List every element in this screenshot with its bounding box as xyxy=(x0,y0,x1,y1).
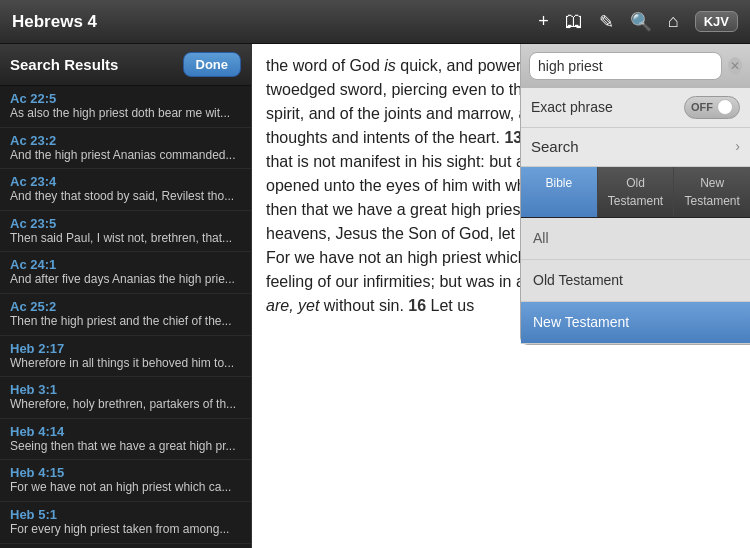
search-clear-button[interactable]: ✕ xyxy=(728,57,742,75)
list-item[interactable]: Heb 2:17Wherefore in all things it behov… xyxy=(0,336,251,378)
list-item[interactable]: Heb 4:14Seeing then that we have a great… xyxy=(0,419,251,461)
list-item-ref: Ac 22:5 xyxy=(10,91,241,106)
list-item-text: For every high priest taken from among..… xyxy=(10,522,241,538)
list-item-text: Wherefore, holy brethren, partakers of t… xyxy=(10,397,241,413)
list-item[interactable]: Ac 23:2And the high priest Ananias comma… xyxy=(0,128,251,170)
page-title: Hebrews 4 xyxy=(12,12,538,32)
sidebar-list: Ac 22:5As also the high priest doth bear… xyxy=(0,86,251,548)
top-bar: Hebrews 4 + 🕮 ✎ 🔍 ⌂ KJV xyxy=(0,0,750,44)
list-item-text: As also the high priest doth bear me wit… xyxy=(10,106,241,122)
list-item[interactable]: Heb 5:1For every high priest taken from … xyxy=(0,502,251,544)
main-content[interactable]: the word of God is quick, and powerful, … xyxy=(252,44,750,548)
list-item[interactable]: Ac 25:2Then the high priest and the chie… xyxy=(0,294,251,336)
version-badge[interactable]: KJV xyxy=(695,11,738,32)
scope-tabs: BibleOld TestamentNew Testament xyxy=(521,167,750,218)
scope-item[interactable]: All xyxy=(521,218,750,260)
toggle-thumb xyxy=(717,99,733,115)
toggle-off-label: OFF xyxy=(691,99,713,116)
scope-tab[interactable]: Old Testament xyxy=(598,167,675,217)
list-item-text: Then the high priest and the chief of th… xyxy=(10,314,241,330)
search-overlay: ✕ Exact phrase OFF Search › BibleOld Tes… xyxy=(520,44,750,345)
scope-item[interactable]: Old Testament xyxy=(521,260,750,302)
search-input-row: ✕ xyxy=(521,44,750,88)
list-item-ref: Heb 2:17 xyxy=(10,341,241,356)
list-item-ref: Ac 23:2 xyxy=(10,133,241,148)
list-item[interactable]: Ac 22:5As also the high priest doth bear… xyxy=(0,86,251,128)
list-item-ref: Ac 24:1 xyxy=(10,257,241,272)
search-label: Search xyxy=(531,136,579,159)
list-item[interactable]: Ac 23:5Then said Paul, I wist not, breth… xyxy=(0,211,251,253)
list-item-text: For we have not an high priest which ca.… xyxy=(10,480,241,496)
exact-phrase-toggle[interactable]: OFF xyxy=(684,96,740,119)
home-icon[interactable]: ⌂ xyxy=(668,11,679,32)
scope-item[interactable]: New Testament xyxy=(521,302,750,344)
list-item-ref: Heb 5:1 xyxy=(10,507,241,522)
verse-16: 16 xyxy=(408,297,426,314)
list-item[interactable]: Ac 23:4And they that stood by said, Revi… xyxy=(0,169,251,211)
scope-tab[interactable]: Bible xyxy=(521,167,598,217)
sidebar-title: Search Results xyxy=(10,56,118,73)
list-item-text: Wherefore in all things it behoved him t… xyxy=(10,356,241,372)
top-bar-icons: + 🕮 ✎ 🔍 ⌂ KJV xyxy=(538,11,738,33)
list-item-text: And they that stood by said, Revilest th… xyxy=(10,189,241,205)
list-item[interactable]: Heb 5:5So also Christ glorified not hims… xyxy=(0,544,251,548)
list-item-ref: Ac 25:2 xyxy=(10,299,241,314)
list-item-ref: Heb 3:1 xyxy=(10,382,241,397)
list-item-ref: Ac 23:4 xyxy=(10,174,241,189)
search-btn-row[interactable]: Search › xyxy=(521,128,750,168)
list-item-text: And after five days Ananias the high pri… xyxy=(10,272,241,288)
italic-is: is xyxy=(384,57,396,74)
list-item[interactable]: Ac 24:1And after five days Ananias the h… xyxy=(0,252,251,294)
list-item-text: And the high priest Ananias commanded... xyxy=(10,148,241,164)
list-item-text: Seeing then that we have a great high pr… xyxy=(10,439,241,455)
pencil-icon[interactable]: ✎ xyxy=(599,11,614,33)
list-item-ref: Heb 4:15 xyxy=(10,465,241,480)
exact-phrase-row: Exact phrase OFF xyxy=(521,88,750,128)
scope-dropdown: AllOld TestamentNew Testament xyxy=(521,218,750,344)
sidebar-header: Search Results Done xyxy=(0,44,251,86)
add-icon[interactable]: + xyxy=(538,11,549,32)
sidebar: Search Results Done Ac 22:5As also the h… xyxy=(0,44,252,548)
bookmark-icon[interactable]: 🕮 xyxy=(565,11,583,32)
list-item-text: Then said Paul, I wist not, brethren, th… xyxy=(10,231,241,247)
search-icon[interactable]: 🔍 xyxy=(630,11,652,33)
list-item-ref: Heb 4:14 xyxy=(10,424,241,439)
chevron-right-icon: › xyxy=(735,136,740,157)
list-item-ref: Ac 23:5 xyxy=(10,216,241,231)
list-item[interactable]: Heb 3:1Wherefore, holy brethren, partake… xyxy=(0,377,251,419)
done-button[interactable]: Done xyxy=(183,52,242,77)
exact-phrase-label: Exact phrase xyxy=(531,97,613,118)
scope-tab[interactable]: New Testament xyxy=(674,167,750,217)
search-input[interactable] xyxy=(529,52,722,80)
list-item[interactable]: Heb 4:15For we have not an high priest w… xyxy=(0,460,251,502)
main-layout: Search Results Done Ac 22:5As also the h… xyxy=(0,44,750,548)
